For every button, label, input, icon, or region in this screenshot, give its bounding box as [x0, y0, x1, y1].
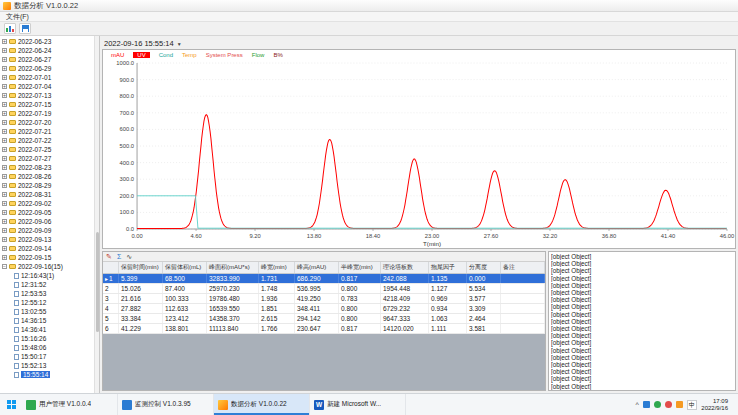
expander-icon[interactable]	[2, 93, 7, 98]
baseline-icon[interactable]: ∿	[126, 253, 132, 261]
sum-icon[interactable]: Σ	[117, 253, 121, 261]
expander-icon[interactable]	[2, 66, 7, 71]
tree-item[interactable]: 2022-09-14	[0, 244, 94, 253]
chevron-down-icon[interactable]: ▼	[177, 41, 182, 47]
expander-icon[interactable]	[2, 120, 7, 125]
col-retention-time[interactable]: 保留时间(min)	[119, 262, 163, 273]
table-row[interactable]: 4 27.882 112.633 16539.550 1.851 348.411…	[103, 304, 545, 314]
col-peak-height[interactable]: 峰高(mAU)	[295, 262, 339, 273]
expander-icon[interactable]	[2, 57, 7, 62]
tree-item[interactable]: 2022-07-04	[0, 82, 94, 91]
expander-icon[interactable]	[2, 183, 7, 188]
tree-item[interactable]: 2022-07-19	[0, 109, 94, 118]
open-data-button[interactable]	[4, 23, 16, 34]
tree-item[interactable]: 2022-09-15	[0, 253, 94, 262]
expander-icon[interactable]	[2, 111, 7, 116]
col-note[interactable]: 备注	[501, 262, 545, 273]
menu-file[interactable]: 文件(F)	[3, 12, 32, 22]
tree-item[interactable]: 2022-06-27	[0, 55, 94, 64]
col-theoretical-plates[interactable]: 理论塔板数	[381, 262, 429, 273]
legend-item-uv[interactable]: UV	[133, 52, 149, 58]
table-row[interactable]: 5 33.384 123.412 14358.370 2.615 294.142…	[103, 314, 545, 324]
table-row[interactable]: 6 41.229 138.801 11113.840 1.766 230.647…	[103, 324, 545, 334]
tree-item[interactable]: 2022-08-29	[0, 181, 94, 190]
col-tailing-factor[interactable]: 拖尾因子	[429, 262, 467, 273]
expander-icon[interactable]	[2, 228, 7, 233]
legend-item-flow[interactable]: Flow	[252, 52, 265, 58]
expander-icon[interactable]	[2, 48, 7, 53]
tray-app-icon[interactable]	[654, 401, 661, 408]
tree-item[interactable]: 15:48:06	[0, 343, 94, 352]
taskbar-app[interactable]: 监测控制 V1.0.3.95	[118, 394, 214, 415]
col-retention-volume[interactable]: 保留体积(mL)	[163, 262, 207, 273]
expander-icon[interactable]	[2, 219, 7, 224]
tree-item[interactable]: 2022-07-25	[0, 145, 94, 154]
tree-item[interactable]: 2022-06-29	[0, 64, 94, 73]
tree-item[interactable]: 2022-09-05	[0, 208, 94, 217]
taskbar-app[interactable]: 用户管理 V1.0.0.4	[22, 394, 118, 415]
legend-item-temp[interactable]: Temp	[182, 52, 197, 58]
expander-icon[interactable]	[2, 129, 7, 134]
tree-item[interactable]: 2022-07-21	[0, 127, 94, 136]
tree-item[interactable]: 2022-08-23	[0, 163, 94, 172]
tray-app-icon[interactable]	[676, 401, 683, 408]
tree-item[interactable]: 2022-07-15	[0, 100, 94, 109]
tree-item[interactable]: 12:31:52	[0, 280, 94, 289]
tree-item[interactable]: 2022-07-22	[0, 136, 94, 145]
scrollbar-thumb[interactable]	[96, 232, 99, 332]
tree-item[interactable]: 13:02:55	[0, 307, 94, 316]
expander-icon[interactable]	[2, 165, 7, 170]
expander-icon[interactable]	[2, 75, 7, 80]
expander-icon[interactable]	[2, 39, 7, 44]
tray-app-icon[interactable]	[665, 401, 672, 408]
export-button[interactable]	[19, 23, 31, 34]
table-row[interactable]: 2 15.026 87.400 25970.230 1.748 536.995 …	[103, 284, 545, 294]
tree-item[interactable]: 2022-06-24	[0, 46, 94, 55]
expander-icon[interactable]	[2, 156, 7, 161]
expander-icon[interactable]	[2, 192, 7, 197]
expander-icon[interactable]	[2, 246, 7, 251]
taskbar-app[interactable]: 数据分析 V1.0.0.22	[214, 394, 310, 415]
table-row[interactable]: 1 5.399 68.500 32833.990 1.731 686.290 0…	[103, 274, 545, 284]
tree-item[interactable]: 2022-07-20	[0, 118, 94, 127]
run-header[interactable]: 2022-09-16 15:55:14 ▼	[102, 38, 736, 49]
tree-item[interactable]: 2022-07-27	[0, 154, 94, 163]
expander-icon[interactable]	[2, 84, 7, 89]
expander-icon[interactable]	[2, 255, 7, 260]
expander-icon[interactable]	[2, 138, 7, 143]
expander-icon[interactable]	[2, 147, 7, 152]
tree-item[interactable]: 2022-09-13	[0, 235, 94, 244]
tree-item[interactable]: 14:36:15	[0, 316, 94, 325]
tree-item[interactable]: 12:16:43(1)	[0, 271, 94, 280]
expander-icon[interactable]	[2, 264, 7, 269]
tree-item[interactable]: 12:55:12	[0, 298, 94, 307]
expander-icon[interactable]	[2, 210, 7, 215]
tree-item[interactable]: 12:53:53	[0, 289, 94, 298]
tree-item[interactable]: 2022-09-02	[0, 199, 94, 208]
tree-item[interactable]: 14:36:41	[0, 325, 94, 334]
tree-item[interactable]: 2022-06-23	[0, 37, 94, 46]
tree-item[interactable]: 2022-09-09	[0, 226, 94, 235]
legend-item-system-press[interactable]: System Press	[206, 52, 243, 58]
manual-integration-icon[interactable]: ✎	[106, 253, 112, 261]
tree-item[interactable]: 2022-09-16(15)	[0, 262, 94, 271]
ime-indicator[interactable]: 中	[687, 400, 698, 410]
tree-item[interactable]: 15:52:13	[0, 361, 94, 370]
col-resolution[interactable]: 分离度	[467, 262, 501, 273]
tree-item[interactable]: 15:55:14	[0, 370, 94, 379]
col-peak-width[interactable]: 峰宽(min)	[259, 262, 295, 273]
tree-item[interactable]: 15:16:26	[0, 334, 94, 343]
taskbar-app[interactable]: W 新建 Microsoft W...	[310, 394, 406, 415]
tree-item[interactable]: 2022-07-01	[0, 73, 94, 82]
start-button[interactable]	[0, 394, 22, 415]
expander-icon[interactable]	[2, 174, 7, 179]
legend-item-cond[interactable]: Cond	[159, 52, 173, 58]
expander-icon[interactable]	[2, 237, 7, 242]
tray-app-icon[interactable]	[643, 401, 650, 408]
sidebar-scrollbar[interactable]	[94, 36, 99, 393]
table-row[interactable]: 3 21.616 100.333 19786.480 1.936 419.250…	[103, 294, 545, 304]
tray-expand-icon[interactable]: ^	[636, 401, 639, 408]
col-half-width[interactable]: 半峰宽(min)	[339, 262, 381, 273]
expander-icon[interactable]	[2, 102, 7, 107]
clock[interactable]: 17:09 2022/9/16	[701, 398, 728, 412]
